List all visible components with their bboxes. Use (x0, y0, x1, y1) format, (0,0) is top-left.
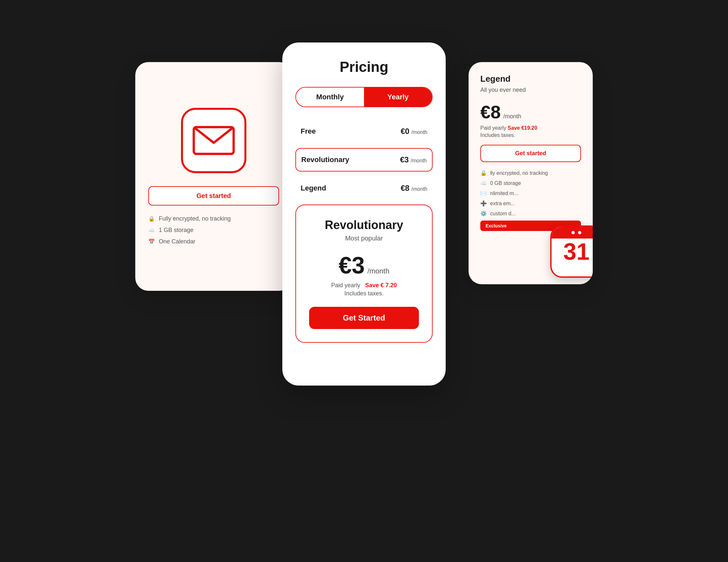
plan-detail-tagline: Most popular (309, 235, 419, 242)
feature-item: ✉️ nlimited m... (480, 190, 581, 196)
billing-toggle[interactable]: Monthly Yearly (295, 87, 433, 107)
divider (295, 145, 433, 145)
card-right: Legend All you ever need €8 /month Paid … (469, 62, 593, 284)
calendar-icon-container: 31 (550, 225, 593, 278)
feature-item: 📅 One Calendar (148, 238, 279, 245)
plan-price-period-free: /month (411, 129, 427, 135)
yearly-toggle-button[interactable]: Yearly (364, 88, 432, 107)
plan-price-legend: €8 /month (401, 184, 427, 193)
divider (295, 174, 433, 174)
right-card-title: Legend (480, 74, 581, 84)
plan-detail-price-main: €3 (339, 252, 365, 279)
feature-item: ⚙️ custom d... (480, 210, 581, 217)
main-pricing-card: Pricing Monthly Yearly Free €0 /month Re… (282, 42, 446, 386)
plan-detail-billing: Paid yearly Save € 7.20 (309, 282, 419, 289)
right-feature-list: 🔒 lly encrypted, no tracking ☁️ 0 GB sto… (480, 170, 581, 217)
plan-row-revolutionary[interactable]: Revolutionary €3 /month (295, 148, 433, 172)
right-card-billing: Paid yearly Save €19.20 (480, 125, 581, 131)
right-card-save: Save €19.20 (508, 125, 538, 131)
plan-detail-name: Revolutionary (309, 218, 419, 232)
lock-icon: 🔒 (480, 170, 487, 176)
get-started-button-main[interactable]: Get Started (309, 307, 419, 329)
plan-price-main-revolutionary: €3 (400, 155, 409, 164)
plan-price-period-revolutionary: /month (411, 158, 427, 163)
lock-icon: 🔒 (148, 216, 155, 222)
plan-detail-taxes: Includes taxes. (309, 290, 419, 297)
feature-text: One Calendar (159, 238, 195, 245)
feature-text: Fully encrypted, no tracking (159, 215, 231, 222)
right-price-period: /month (503, 113, 521, 120)
plan-price-revolutionary: €3 /month (400, 155, 427, 164)
mail-icon-container (181, 108, 246, 173)
calendar-header (552, 227, 593, 239)
cloud-icon: ☁️ (480, 180, 487, 186)
feature-item: 🔒 lly encrypted, no tracking (480, 170, 581, 176)
right-price-main: €8 (480, 101, 501, 123)
feature-list-left: 🔒 Fully encrypted, no tracking ☁️ 1 GB s… (148, 215, 279, 250)
plan-name-free: Free (301, 127, 316, 136)
monthly-toggle-button[interactable]: Monthly (296, 88, 364, 107)
feature-item: ☁️ 0 GB storage (480, 180, 581, 186)
right-card-taxes: Includes taxes. (480, 132, 581, 138)
plan-row-free[interactable]: Free €0 /month (295, 120, 433, 142)
mail-icon: ✉️ (480, 190, 487, 196)
right-card-subtitle: All you ever need (480, 87, 581, 93)
calendar-dot (571, 231, 575, 234)
plan-detail-price-period: /month (367, 267, 389, 275)
plan-detail-card: Revolutionary Most popular €3 /month Pai… (295, 205, 433, 343)
mail-icon (192, 124, 235, 157)
card-left: Get started 🔒 Fully encrypted, no tracki… (135, 62, 292, 291)
feature-item: 🔒 Fully encrypted, no tracking (148, 215, 279, 222)
calendar-dot (578, 231, 581, 234)
calendar-dots (571, 231, 581, 234)
feature-item: ☁️ 1 GB storage (148, 227, 279, 234)
calendar-number: 31 (563, 240, 589, 263)
feature-item: ➕ extra em... (480, 200, 581, 207)
custom-icon: ⚙️ (480, 210, 487, 217)
cloud-icon: ☁️ (148, 227, 155, 233)
get-started-button-left[interactable]: Get started (148, 186, 279, 206)
plan-name-revolutionary: Revolutionary (301, 156, 349, 164)
plan-detail-price-row: €3 /month (309, 252, 419, 279)
plan-price-main-legend: €8 (401, 184, 409, 192)
plan-price-free: €0 /month (401, 127, 427, 136)
plan-price-period-legend: /month (411, 186, 427, 192)
plan-row-legend[interactable]: Legend €8 /month (295, 177, 433, 199)
plan-name-legend: Legend (301, 184, 326, 192)
right-card-price: €8 /month (480, 101, 581, 123)
plus-icon: ➕ (480, 200, 487, 207)
calendar-icon: 📅 (148, 239, 155, 245)
scene: Get started 🔒 Fully encrypted, no tracki… (135, 36, 593, 526)
feature-text: 1 GB storage (159, 227, 193, 234)
pricing-title: Pricing (295, 59, 433, 75)
get-started-button-right[interactable]: Get started (480, 145, 581, 162)
plan-detail-save: Save € 7.20 (365, 282, 397, 289)
plan-price-main-free: €0 (401, 127, 409, 136)
